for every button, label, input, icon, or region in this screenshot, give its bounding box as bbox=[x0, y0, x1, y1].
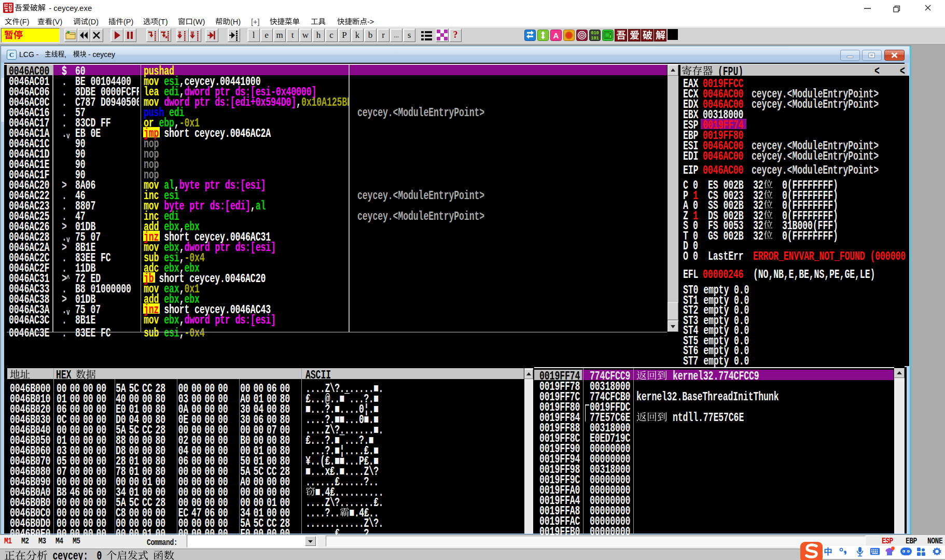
svg-text:A: A bbox=[553, 31, 559, 40]
svg-text:010: 010 bbox=[591, 31, 599, 36]
svg-text:101: 101 bbox=[591, 36, 599, 41]
svg-text:C: C bbox=[9, 51, 14, 59]
